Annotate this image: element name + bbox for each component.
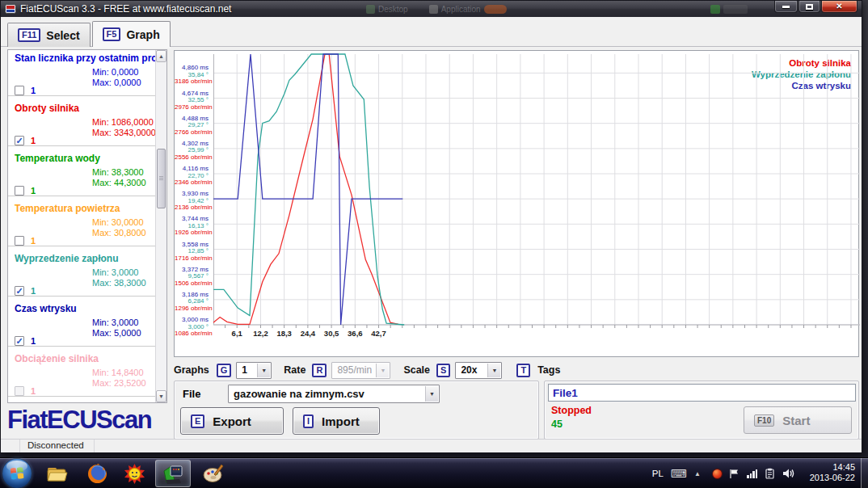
updates-tray-icon[interactable] — [765, 468, 775, 479]
import-button[interactable]: I Import — [293, 407, 380, 435]
taskbar-item-fiatecuscan[interactable] — [155, 460, 191, 487]
titlebar: FiatECUScan 3.3 - FREE at www.fiatecusca… — [1, 1, 862, 17]
series-obroty-silnika — [213, 54, 398, 324]
chevron-down-icon: ▼ — [376, 364, 389, 377]
maximize-button[interactable] — [798, 1, 820, 13]
start-button-orb[interactable] — [2, 459, 32, 488]
firefox-icon — [86, 463, 108, 485]
tab-label: Select — [46, 29, 79, 42]
taskbar-item-diagnostic[interactable] — [116, 460, 152, 487]
taskbar-item-explorer[interactable] — [39, 460, 74, 487]
parameter-title: Obciążenie silnika — [15, 353, 99, 364]
checkbox-label: 1 — [31, 86, 36, 95]
y-axis-tick-group: 3,372 ms9,567 °1506 obr/min — [175, 267, 209, 288]
parameter-title: Czas wtrysku — [15, 303, 77, 314]
y-axis-tick-group: 3,930 ms19,42 °2136 obr/min — [175, 191, 209, 212]
graph-controls: Graphs G 1▼ Rate R 895/min▼ Scale S 20x▼… — [174, 360, 861, 381]
parameter-min: Min: 1086,0000 — [92, 117, 154, 127]
rate-select[interactable]: 895/min▼ — [331, 362, 390, 379]
parameter-max: Max: 3343,0000 — [92, 128, 156, 137]
parameter-min: Min: 14,8400 — [92, 368, 144, 377]
parameter-min: Min: 38,3000 — [92, 167, 144, 177]
checkbox-label: 1 — [31, 186, 36, 196]
parameter-checkbox[interactable] — [15, 386, 24, 396]
parameter-panel: Obciążenie silnikaMin: 14,8400Max: 23,52… — [8, 351, 157, 397]
y-axis-tick-group: 4,302 ms25,99 °2556 obr/min — [175, 141, 209, 162]
keyboard-layout-icon[interactable]: ⌨ — [671, 467, 687, 480]
tab-graph[interactable]: F5Graph — [92, 21, 171, 47]
action-center-flag-icon[interactable] — [729, 469, 739, 479]
fiatecuscan-window: FiatECUScan 3.3 - FREE at www.fiatecusca… — [0, 0, 862, 453]
taskbar-item-firefox[interactable] — [79, 460, 115, 487]
y-tick-label-obrmin: 1926 obr/min — [175, 229, 209, 237]
parameter-panel: Stan licznika przy ostatnim prcMin: 0,00… — [8, 50, 157, 96]
tab-select[interactable]: F11Select — [7, 23, 91, 47]
y-axis-tick-group: 3,000 ms3,000 °1086 obr/min — [175, 317, 209, 338]
checkbox-label: 1 — [31, 236, 36, 246]
y-axis-tick-group: 4,860 ms35,84 °3186 obr/min — [175, 65, 209, 86]
checkbox-label: 1 — [31, 336, 36, 346]
status-bar: Disconnected — [1, 439, 862, 452]
export-button[interactable]: E Export — [180, 407, 284, 435]
y-tick-label-obrmin: 2556 obr/min — [175, 154, 209, 162]
scroll-up-icon[interactable]: ▲ — [156, 50, 166, 62]
parameter-checkbox[interactable]: ✓ — [15, 336, 24, 346]
parameter-checkbox[interactable]: ✓ — [15, 136, 24, 145]
parameter-title: Temperatura powietrza — [15, 203, 120, 214]
y-tick-label-obrmin: 1506 obr/min — [175, 280, 209, 288]
app-icon — [5, 3, 16, 15]
network-signal-icon[interactable] — [747, 469, 757, 478]
parameter-panel: Wyprzedzenie zapłonuMin: 3,0000Max: 38,3… — [8, 250, 157, 297]
parameter-checkbox[interactable] — [15, 186, 24, 196]
parameter-checkbox[interactable] — [15, 236, 24, 246]
chart-plot — [213, 53, 860, 332]
parameter-title: Wyprzedzenie zapłonu — [15, 253, 118, 264]
record-name-input[interactable] — [548, 384, 856, 402]
taskbar-clock[interactable]: 14:45 2013-06-22 — [810, 462, 855, 483]
system-tray: PL ⌨ ▲ — [652, 458, 795, 488]
file-select[interactable]: gazowanie na zimnym.csv▼ — [228, 385, 440, 403]
status-cell-empty — [1, 440, 20, 452]
scale-key-badge: S — [436, 364, 450, 377]
close-button[interactable]: ✕ — [821, 1, 857, 13]
fiatecuscan-icon — [162, 463, 184, 485]
hidden-icons-chevron-icon[interactable]: ▲ — [694, 470, 701, 477]
parameter-checkbox[interactable]: ✓ — [15, 286, 24, 296]
language-indicator[interactable]: PL — [652, 469, 664, 478]
sun-smiley-icon — [124, 463, 145, 485]
sidebar-scrollbar[interactable]: ▲ ▼ — [155, 50, 166, 402]
clock-date: 2013-06-22 — [810, 473, 855, 483]
parameter-list: Stan licznika przy ostatnim prcMin: 0,00… — [8, 50, 157, 402]
y-axis-tick-group: 4,116 ms22,70 °2346 obr/min — [175, 166, 209, 187]
scale-select[interactable]: 20x▼ — [455, 362, 502, 379]
parameter-max: Max: 44,3000 — [92, 178, 146, 187]
tags-key-badge: T — [516, 364, 530, 377]
file-label: File — [183, 388, 200, 400]
y-tick-label-obrmin: 3186 obr/min — [175, 78, 209, 86]
checkbox-label: 1 — [31, 136, 36, 145]
show-desktop-button[interactable] — [861, 458, 868, 488]
y-tick-label-obrmin: 1716 obr/min — [175, 255, 209, 263]
y-tick-label-obrmin: 2136 obr/min — [175, 204, 209, 212]
minimize-button[interactable] — [774, 1, 798, 13]
taskbar-item-paint[interactable] — [196, 460, 231, 487]
parameter-checkbox[interactable] — [15, 86, 24, 95]
scale-label: Scale — [403, 364, 430, 376]
start-key-badge: F10 — [754, 414, 774, 427]
graphs-select[interactable]: 1▼ — [236, 362, 272, 379]
app-logo: FiatECUScan — [7, 406, 151, 435]
window-controls: ✕ — [773, 1, 857, 13]
clock-time: 14:45 — [810, 462, 855, 473]
parameter-max: Max: 30,8000 — [92, 228, 146, 238]
notification-tray-icon[interactable] — [713, 469, 722, 478]
chevron-down-icon: ▼ — [487, 364, 500, 377]
rate-key-badge: R — [312, 364, 327, 377]
scrollbar-thumb[interactable] — [157, 149, 166, 208]
checkbox-label: 1 — [31, 386, 36, 396]
scroll-down-icon[interactable]: ▼ — [156, 390, 166, 402]
parameter-title: Stan licznika przy ostatnim prc — [15, 53, 157, 64]
import-key-badge: I — [303, 414, 314, 428]
volume-icon[interactable] — [782, 468, 795, 479]
window-title: FiatECUScan 3.3 - FREE at www.fiatecusca… — [20, 3, 231, 15]
start-button[interactable]: F10 Start — [744, 406, 852, 434]
